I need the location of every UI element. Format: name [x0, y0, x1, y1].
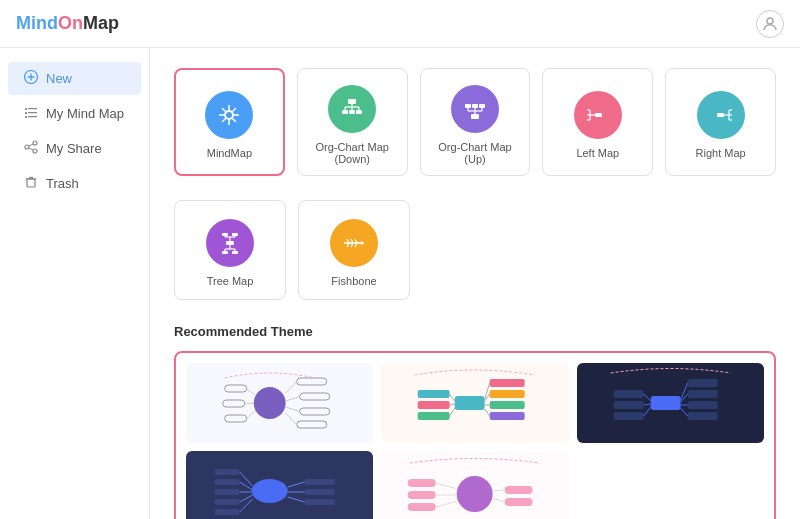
map-card-fishbone[interactable]: Fishbone [298, 200, 410, 300]
svg-rect-97 [490, 379, 525, 387]
svg-rect-90 [300, 393, 330, 400]
svg-rect-47 [479, 104, 485, 108]
map-card-org-chart-down[interactable]: Org-Chart Map (Down) [297, 68, 408, 176]
svg-marker-80 [361, 241, 364, 245]
map-card-right-map[interactable]: Right Map [665, 68, 776, 176]
svg-line-108 [450, 394, 455, 401]
map-type-grid-row2: Tree Map Fishbone [174, 200, 776, 300]
sidebar-item-my-share[interactable]: My Share [8, 132, 141, 165]
svg-rect-152 [505, 498, 533, 506]
svg-rect-128 [215, 479, 240, 485]
theme-card-1[interactable] [186, 363, 373, 443]
svg-line-91 [286, 397, 300, 402]
svg-rect-98 [490, 390, 525, 398]
svg-line-119 [680, 408, 687, 416]
sidebar-my-mind-map-label: My Mind Map [46, 106, 124, 121]
svg-rect-96 [455, 396, 485, 410]
share-icon [24, 140, 38, 157]
svg-rect-9 [28, 116, 37, 117]
svg-rect-99 [490, 401, 525, 409]
svg-line-124 [643, 404, 650, 405]
fishbone-label: Fishbone [331, 275, 376, 287]
header: MindOnMap [0, 0, 800, 48]
layout: New My Mind Map [0, 48, 800, 519]
svg-line-123 [643, 394, 650, 401]
svg-rect-120 [613, 390, 643, 398]
mindmap-icon [205, 91, 253, 139]
svg-rect-48 [595, 113, 602, 117]
svg-rect-139 [305, 499, 335, 505]
map-card-tree-map[interactable]: Tree Map [174, 200, 286, 300]
svg-line-101 [485, 383, 490, 399]
svg-line-145 [436, 483, 458, 489]
user-avatar[interactable] [756, 10, 784, 38]
svg-rect-150 [505, 486, 533, 494]
svg-line-125 [643, 407, 650, 416]
svg-rect-71 [222, 251, 228, 254]
svg-rect-121 [613, 401, 643, 409]
svg-line-83 [247, 389, 255, 396]
theme-card-4[interactable] [186, 451, 373, 519]
svg-rect-84 [223, 400, 245, 407]
logo-mind: Mind [16, 13, 58, 34]
svg-rect-36 [342, 110, 348, 114]
svg-point-143 [457, 476, 493, 512]
theme-card-5[interactable] [381, 451, 568, 519]
svg-rect-6 [25, 112, 27, 114]
org-chart-down-label: Org-Chart Map (Down) [306, 141, 399, 165]
svg-line-132 [240, 472, 253, 486]
svg-line-29 [222, 119, 226, 123]
svg-rect-113 [687, 390, 717, 398]
map-card-left-map[interactable]: Left Map [542, 68, 653, 176]
svg-line-89 [286, 382, 297, 394]
svg-point-0 [767, 18, 773, 24]
theme-card-2[interactable] [381, 363, 568, 443]
map-type-grid-row1: MindMap Org-C [174, 68, 776, 176]
recommended-section: Recommended Theme [174, 324, 776, 519]
svg-line-140 [288, 482, 305, 487]
svg-rect-112 [687, 379, 717, 387]
svg-rect-39 [471, 114, 479, 119]
fishbone-icon [330, 219, 378, 267]
sidebar-item-my-mind-map[interactable]: My Mind Map [8, 97, 141, 130]
svg-rect-129 [215, 489, 240, 495]
plus-icon [24, 70, 38, 87]
svg-rect-88 [297, 378, 327, 385]
svg-rect-37 [349, 110, 355, 114]
svg-rect-15 [27, 179, 35, 187]
sidebar-new-label: New [46, 71, 72, 86]
tree-map-icon [206, 219, 254, 267]
svg-rect-60 [226, 241, 234, 245]
org-chart-down-icon [328, 85, 376, 133]
svg-rect-148 [408, 503, 436, 511]
map-card-mindmap[interactable]: MindMap [174, 68, 285, 176]
svg-rect-38 [356, 110, 362, 114]
svg-rect-4 [25, 108, 27, 110]
main-content: MindMap Org-C [150, 48, 800, 519]
sidebar-item-new[interactable]: New [8, 62, 141, 95]
svg-point-11 [25, 145, 29, 149]
right-map-icon [697, 91, 745, 139]
recommended-title: Recommended Theme [174, 324, 776, 339]
svg-rect-137 [305, 479, 335, 485]
svg-point-10 [33, 141, 37, 145]
svg-line-95 [286, 413, 297, 425]
svg-rect-5 [28, 108, 37, 109]
svg-point-126 [252, 479, 288, 503]
map-card-org-chart-up[interactable]: Org-Chart Map (Up) [420, 68, 531, 176]
svg-rect-127 [215, 469, 240, 475]
sidebar-item-trash[interactable]: Trash [8, 167, 141, 200]
svg-line-151 [493, 490, 505, 491]
svg-rect-115 [687, 412, 717, 420]
theme-grid [174, 351, 776, 519]
svg-line-14 [29, 148, 33, 150]
theme-card-3[interactable] [577, 363, 764, 443]
svg-rect-72 [232, 251, 238, 254]
sidebar-trash-label: Trash [46, 176, 79, 191]
svg-point-21 [226, 112, 232, 118]
list-icon [24, 105, 38, 122]
svg-rect-82 [225, 385, 247, 392]
svg-rect-146 [408, 491, 436, 499]
sidebar-my-share-label: My Share [46, 141, 102, 156]
right-map-label: Right Map [696, 147, 746, 159]
